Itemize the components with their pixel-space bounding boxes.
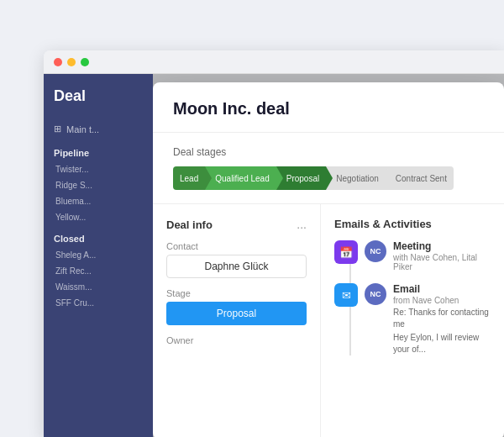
stage-contract-sent-label: Contract Sent — [396, 174, 447, 183]
email-subtitle: from Nave Cohen — [393, 296, 491, 305]
stage-negotiation[interactable]: Negotiation — [326, 166, 386, 190]
timeline: 📅 NC Meeting with Nave Cohen, Lital Pike… — [334, 240, 491, 355]
email-title: Email — [393, 283, 491, 295]
modal-header: Moon Inc. deal — [153, 82, 504, 133]
maximize-button-dot[interactable] — [81, 58, 89, 66]
meeting-avatar: NC — [365, 240, 386, 262]
stages-bar: Lead Qualified Lead Proposal Negotiation — [173, 166, 484, 190]
stage-qualified-lead-label: Qualified Lead — [215, 174, 270, 183]
more-options-button[interactable]: ... — [297, 218, 307, 231]
stage-proposal[interactable]: Proposal — [276, 166, 326, 190]
main-content: Moon Inc. deal Deal stages Lead Qualifie… — [153, 74, 504, 437]
meeting-avatar-initials: NC — [370, 247, 381, 255]
deal-info-panel: Deal info ... Contact Daphne Glück Stage… — [153, 204, 321, 437]
sidebar-app-title: Deal — [44, 87, 153, 118]
sidebar-item-bluema[interactable]: Bluema... — [44, 193, 153, 209]
deal-stages-section: Deal stages Lead Qualified Lead Proposal — [153, 133, 504, 204]
sidebar-nav-main[interactable]: ⊞ Main t... — [44, 118, 153, 140]
emails-activities-panel: Emails & Activities 📅 NC — [321, 204, 504, 437]
browser-titlebar — [44, 50, 504, 74]
deal-info-title: Deal info — [166, 218, 213, 231]
activity-email: ✉ NC Email from Nave Cohen Re: Thanks fo… — [334, 283, 491, 355]
sidebar: Deal ⊞ Main t... Pipeline Twister... Rid… — [44, 74, 153, 437]
contact-field-label: Contact — [166, 241, 307, 251]
calendar-icon: 📅 — [339, 246, 353, 259]
stage-lead-label: Lead — [180, 174, 198, 183]
stage-qualified-lead[interactable]: Qualified Lead — [205, 166, 276, 190]
deal-info-header: Deal info ... — [166, 218, 307, 231]
meeting-content: Meeting with Nave Cohen, Lital Piker — [393, 240, 491, 271]
email-avatar: NC — [365, 283, 386, 305]
modal-dialog: Moon Inc. deal Deal stages Lead Qualifie… — [153, 82, 504, 437]
stage-lead[interactable]: Lead — [173, 166, 205, 190]
sidebar-item-yellow[interactable]: Yellow... — [44, 209, 153, 225]
stage-contract-sent[interactable]: Contract Sent — [386, 166, 454, 190]
deal-stages-label: Deal stages — [173, 146, 484, 158]
email-type-icon: ✉ — [334, 283, 358, 307]
envelope-icon: ✉ — [342, 289, 351, 302]
stage-field-label: Stage — [166, 288, 307, 298]
stage-negotiation-label: Negotiation — [336, 174, 379, 183]
meeting-type-icon: 📅 — [334, 240, 358, 264]
email-body-subject: Re: Thanks for contacting me — [393, 307, 491, 330]
sidebar-item-sff[interactable]: SFF Cru... — [44, 295, 153, 311]
contact-field-value[interactable]: Daphne Glück — [166, 255, 307, 278]
browser-window: Deal ⊞ Main t... Pipeline Twister... Rid… — [44, 50, 504, 437]
modal-body: Deal info ... Contact Daphne Glück Stage… — [153, 204, 504, 437]
closed-section-label: Closed — [44, 225, 153, 247]
minimize-button-dot[interactable] — [67, 58, 76, 66]
email-avatar-initials: NC — [370, 290, 381, 298]
emails-activities-title: Emails & Activities — [334, 218, 491, 230]
sidebar-item-waissm[interactable]: Waissm... — [44, 279, 153, 295]
sidebar-item-ridge[interactable]: Ridge S... — [44, 177, 153, 193]
owner-field-label: Owner — [166, 335, 307, 345]
stage-field-value[interactable]: Proposal — [166, 302, 307, 325]
stage-proposal-label: Proposal — [286, 174, 319, 183]
modal-title: Moon Inc. deal — [173, 99, 484, 118]
pipeline-section-label: Pipeline — [44, 140, 153, 161]
email-body-preview: Hey Eylon, I will review your of... — [393, 332, 491, 355]
meeting-title: Meeting — [393, 240, 491, 252]
activity-meeting: 📅 NC Meeting with Nave Cohen, Lital Pike… — [334, 240, 491, 271]
sidebar-item-zift[interactable]: Zift Rec... — [44, 263, 153, 279]
grid-icon: ⊞ — [54, 124, 61, 134]
sidebar-item-twister[interactable]: Twister... — [44, 161, 153, 177]
email-content: Email from Nave Cohen Re: Thanks for con… — [393, 283, 491, 355]
sidebar-item-sheleg[interactable]: Sheleg A... — [44, 247, 153, 263]
close-button-dot[interactable] — [54, 58, 62, 66]
modal-overlay: Moon Inc. deal Deal stages Lead Qualifie… — [153, 74, 504, 437]
app-body: Deal ⊞ Main t... Pipeline Twister... Rid… — [44, 74, 504, 437]
sidebar-nav-main-label: Main t... — [66, 124, 99, 134]
meeting-subtitle: with Nave Cohen, Lital Piker — [393, 253, 491, 271]
